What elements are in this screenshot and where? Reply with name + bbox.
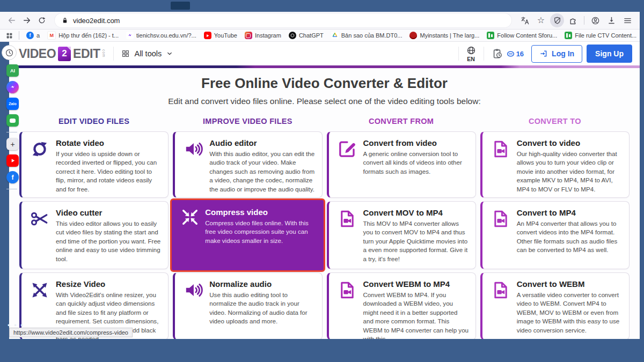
bookmarks-bar: fa MHộp thư đến (162) - t... tienichsv.o… <box>0 29 640 42</box>
card-audio-editor[interactable]: Audio editor With this audio editor, you… <box>173 131 322 198</box>
card-convert-webm-to-mp4[interactable]: Convert WEBM to MP4 Convert WEBM to MP4.… <box>327 272 476 339</box>
coin-icon <box>507 50 515 58</box>
shield-icon[interactable] <box>550 13 564 27</box>
youtube-sidebar-icon[interactable] <box>6 154 19 167</box>
signup-button[interactable]: Sign Up <box>587 45 632 63</box>
bookmark-item[interactable]: YouTube <box>202 31 239 40</box>
translate-icon[interactable] <box>518 14 532 27</box>
ai-badge-icon[interactable]: AI <box>6 64 19 77</box>
bookmark-item[interactable]: Bản sao của BM.DT0... <box>329 31 405 40</box>
facebook-icon: f <box>26 32 34 39</box>
youtube-icon <box>204 32 211 39</box>
credits-value: 16 <box>516 50 524 58</box>
bookmark-label: Bản sao của BM.DT0... <box>341 32 402 39</box>
card-convert-from-video[interactable]: Convert from video A generic online conv… <box>327 131 476 198</box>
all-tools-dropdown[interactable]: All tools <box>121 49 173 58</box>
edit-square-icon <box>338 139 357 159</box>
bookmark-item[interactable]: tienichsv.ou.edu.vn/?... <box>124 31 199 40</box>
header-divider <box>113 47 114 61</box>
card-desc: An MP4 converter that allows you to conv… <box>517 219 623 255</box>
page-title: Free Online Video Converter & Editor <box>9 75 640 92</box>
card-title: Rotate video <box>56 138 162 147</box>
url-text: video2edit.com <box>73 17 120 25</box>
bookmark-item[interactable]: Instagram <box>243 31 283 40</box>
bookmark-item[interactable]: ChatGPT <box>287 31 326 40</box>
add-extension-button[interactable]: + <box>6 138 19 150</box>
card-rotate-video[interactable]: Rotate video If your video is upside dow… <box>19 131 169 198</box>
login-label: Log In <box>552 49 574 58</box>
bookmark-label: a <box>36 32 40 39</box>
job-history-button[interactable] <box>492 48 503 60</box>
page-subtitle: Edit and convert video files online. Ple… <box>9 97 640 106</box>
site-logo[interactable]: VIDEO 2 EDIT com <box>19 47 106 61</box>
card-compress-video-highlighted[interactable]: Compress video Compress video files onli… <box>170 198 325 272</box>
web-page: VIDEO 2 EDIT com All tools EN <box>9 42 640 339</box>
card-convert-to-webm[interactable]: Convert to WEBM A versatile video conver… <box>480 272 630 339</box>
card-title: Normalize audio <box>209 279 315 289</box>
bookmark-item[interactable]: File rule CTV Content... <box>562 31 639 40</box>
bookmark-label: YouTube <box>214 32 237 39</box>
card-desc: A versatile video converter to convert v… <box>517 291 623 335</box>
doc-video-icon <box>338 209 357 228</box>
downloads-icon[interactable] <box>604 14 618 27</box>
bookmark-label: ChatGPT <box>299 32 324 39</box>
column-header-edit: EDIT VIDEO FILES <box>19 117 169 125</box>
bookmark-item[interactable]: Myinstants | The larg... <box>407 31 481 40</box>
messenger-icon[interactable] <box>6 81 19 93</box>
language-selector[interactable]: EN <box>466 46 476 62</box>
bookmark-label: Myinstants | The larg... <box>420 32 479 39</box>
login-button[interactable]: Log In <box>531 45 582 63</box>
clipboard-clock-icon <box>492 48 503 60</box>
speaker-icon <box>184 139 203 159</box>
sidebar-divider <box>6 189 17 189</box>
logo-video-text: VIDEO <box>19 47 56 61</box>
card-convert-mov-to-mp4[interactable]: Convert MOV to MP4 This MOV to MP4 conve… <box>327 201 476 269</box>
card-desc: Convert WEBM to MP4. If you downloaded a… <box>363 291 469 339</box>
card-convert-to-video[interactable]: Convert to video Our high-quality video … <box>480 131 630 198</box>
column-header-improve: IMPROVE VIDEO FILES <box>173 117 322 125</box>
menu-hamburger-icon[interactable] <box>620 14 634 27</box>
bookmark-item[interactable]: fa <box>24 31 42 40</box>
rotate-icon <box>30 139 49 159</box>
tab-fragment[interactable] <box>171 2 190 10</box>
bookmark-star-icon[interactable]: ☆ <box>534 14 548 27</box>
credits-counter[interactable]: 16 <box>507 50 524 58</box>
site-header: VIDEO 2 EDIT com All tools EN <box>9 42 640 65</box>
feather-icon <box>126 32 134 39</box>
bookmarks-divider <box>19 31 19 40</box>
forward-button[interactable] <box>20 14 33 27</box>
bookmark-item[interactable]: Follow Content Sforu... <box>485 31 559 40</box>
main-content: Free Online Video Converter & Editor Edi… <box>9 68 640 339</box>
card-desc: A generic online conversion tool to conv… <box>363 150 469 176</box>
profile-icon[interactable] <box>588 14 602 27</box>
instagram-icon <box>245 32 252 39</box>
card-title: Compress video <box>205 208 316 217</box>
language-label: EN <box>467 56 475 62</box>
logo-2-tile: 2 <box>58 47 71 61</box>
sidebar-more-dots[interactable]: • • • <box>8 321 24 329</box>
card-normalize-audio[interactable]: Normalize audio Use this audio editing t… <box>173 272 322 339</box>
apps-grid-icon[interactable] <box>4 29 14 42</box>
lock-icon <box>61 17 69 24</box>
chatgpt-icon <box>289 32 296 39</box>
history-clock-button[interactable] <box>2 45 17 60</box>
zalo-icon[interactable]: Zalo <box>6 98 19 110</box>
url-bar[interactable]: video2edit.com <box>55 13 511 27</box>
card-video-cutter[interactable]: Video cutter This video editor allows yo… <box>19 201 169 269</box>
doc-video-icon <box>491 139 510 159</box>
bookmark-item[interactable]: MHộp thư đến (162) - t... <box>45 31 121 40</box>
google-drive-icon <box>331 32 339 39</box>
extensions-puzzle-icon[interactable] <box>566 14 580 27</box>
green-chat-icon[interactable] <box>6 114 19 127</box>
myinstants-icon <box>409 32 417 39</box>
card-title: Convert to WEBM <box>517 279 623 289</box>
facebook-sidebar-icon[interactable]: f <box>6 171 19 183</box>
gmail-icon: M <box>47 31 56 40</box>
card-convert-to-mp4[interactable]: Convert to MP4 An MP4 converter that all… <box>480 201 630 269</box>
logo-tld-text: com <box>102 49 106 57</box>
back-button[interactable] <box>5 14 18 27</box>
reload-button[interactable] <box>35 14 48 27</box>
tools-grid: Rotate video If your video is upside dow… <box>19 131 630 339</box>
card-desc: This MOV to MP4 converter allows you to … <box>363 219 469 263</box>
scissors-icon <box>30 209 49 228</box>
